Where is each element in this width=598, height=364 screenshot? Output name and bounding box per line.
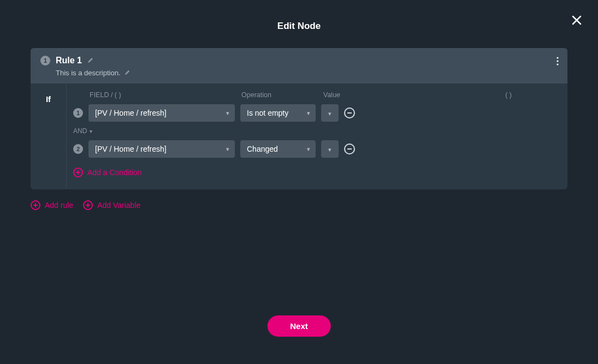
operation-select-value: Is not empty [247, 109, 288, 117]
plus-circle-icon [73, 168, 83, 177]
chevron-down-icon: ▾ [328, 110, 331, 117]
field-select-value: [PV / Home / refresh] [95, 145, 167, 153]
add-rule-label: Add rule [45, 201, 73, 210]
plus-circle-icon [31, 200, 40, 210]
conditions-column: FIELD / ( ) Operation Value ( ) 1 [PV / … [67, 83, 567, 189]
if-label: If [31, 94, 66, 104]
remove-condition-icon[interactable] [344, 108, 355, 118]
rule-description-row: This is a description. [56, 69, 558, 77]
add-condition-button[interactable]: Add a Condition [73, 168, 142, 177]
edit-node-modal: Edit Node 1 Rule 1 This is a description… [5, 5, 593, 359]
condition-headers: FIELD / ( ) Operation Value ( ) [73, 91, 561, 99]
close-icon[interactable] [572, 15, 582, 27]
chevron-down-icon: ▾ [90, 128, 92, 134]
chevron-down-icon: ▾ [226, 110, 229, 117]
more-options-icon[interactable] [556, 57, 559, 68]
add-variable-button[interactable]: Add Variable [83, 200, 140, 210]
plus-circle-icon [83, 200, 93, 210]
chevron-down-icon: ▾ [307, 146, 310, 153]
rule-card: 1 Rule 1 This is a description. If [31, 48, 567, 189]
value-select[interactable]: ▾ [321, 104, 339, 122]
logic-joiner[interactable]: AND ▾ [73, 127, 561, 135]
operation-select-value: Changed [247, 145, 278, 153]
rule-header: 1 Rule 1 This is a description. [31, 48, 567, 83]
field-select-value: [PV / Home / refresh] [95, 109, 167, 117]
operation-select[interactable]: Changed ▾ [240, 140, 316, 158]
remove-condition-icon[interactable] [344, 144, 355, 154]
condition-row: 2 [PV / Home / refresh] ▾ Changed ▾ ▾ [73, 140, 561, 158]
svg-point-2 [556, 63, 558, 65]
chevron-down-icon: ▾ [328, 146, 331, 153]
add-condition-label: Add a Condition [87, 168, 142, 177]
rule-description: This is a description. [56, 69, 121, 77]
header-paren: ( ) [505, 91, 561, 99]
header-operation: Operation [241, 91, 323, 99]
svg-point-0 [556, 57, 558, 58]
add-rule-button[interactable]: Add rule [31, 200, 73, 210]
svg-point-1 [556, 60, 558, 62]
condition-number-badge: 2 [73, 144, 83, 154]
rule-number-badge: 1 [40, 56, 50, 65]
header-field: FIELD / ( ) [90, 91, 241, 99]
operation-select[interactable]: Is not empty ▾ [240, 104, 316, 122]
header-value: Value [323, 91, 433, 99]
add-variable-label: Add Variable [97, 201, 140, 210]
chevron-down-icon: ▾ [307, 110, 310, 117]
modal-title: Edit Node [5, 5, 593, 48]
bottom-actions: Add rule Add Variable [31, 200, 567, 210]
condition-number-badge: 1 [73, 108, 83, 118]
chevron-down-icon: ▾ [226, 146, 229, 153]
joiner-label: AND [73, 127, 87, 135]
value-select[interactable]: ▾ [321, 140, 339, 158]
condition-row: 1 [PV / Home / refresh] ▾ Is not empty ▾… [73, 104, 561, 122]
field-select[interactable]: [PV / Home / refresh] ▾ [88, 104, 235, 122]
rule-title: Rule 1 [56, 56, 82, 65]
if-column: If [31, 83, 67, 189]
edit-description-icon[interactable] [125, 69, 131, 77]
edit-title-icon[interactable] [87, 57, 94, 65]
field-select[interactable]: [PV / Home / refresh] ▾ [88, 140, 235, 158]
next-button[interactable]: Next [267, 315, 331, 337]
